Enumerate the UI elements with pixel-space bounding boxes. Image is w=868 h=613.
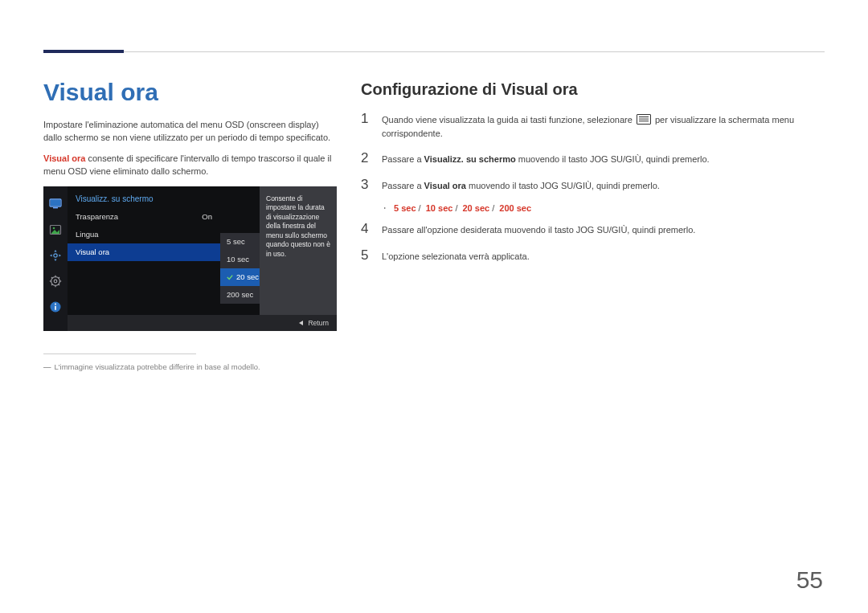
step-1-part-a: Quando viene visualizzata la guida ai ta… bbox=[382, 115, 635, 125]
osd-sub-label: 10 sec bbox=[227, 255, 249, 264]
menu-icon bbox=[637, 114, 651, 125]
gear-icon bbox=[49, 275, 62, 289]
svg-line-15 bbox=[59, 277, 60, 279]
svg-line-12 bbox=[51, 277, 53, 279]
bullet-icon: ‧ bbox=[383, 203, 387, 213]
back-arrow-icon bbox=[299, 321, 303, 325]
step-3: 3 Passare a Visual ora muovendo il tasto… bbox=[361, 178, 825, 193]
osd-row-lingua: Lingua bbox=[68, 226, 220, 243]
option-200sec: 200 sec bbox=[499, 203, 531, 213]
option-10sec: 10 sec bbox=[426, 203, 453, 213]
osd-row-value: On bbox=[202, 212, 212, 221]
intro-paragraph-2: Visual ora consente di specificare l'int… bbox=[43, 153, 337, 178]
step-4: 4 Passare all'opzione desiderata muovend… bbox=[361, 222, 825, 237]
step-number: 2 bbox=[361, 151, 372, 165]
right-column: Configurazione di Visual ora 1 Quando vi… bbox=[361, 79, 825, 371]
osd-row-visual-ora: Visual ora bbox=[68, 243, 220, 261]
osd-main-panel: Visualizz. su schermo Trasparenza On Lin… bbox=[68, 186, 220, 331]
svg-rect-1 bbox=[51, 200, 60, 206]
osd-description: Consente di impostare la durata di visua… bbox=[260, 186, 337, 315]
step-3-part-b: muovendo il tasto JOG SU/GIÙ, quindi pre… bbox=[466, 181, 660, 190]
step-2: 2 Passare a Visualizz. su schermo muoven… bbox=[361, 151, 825, 166]
left-column: Visual ora Impostare l'eliminazione auto… bbox=[43, 79, 337, 371]
osd-sub-label: 20 sec bbox=[236, 272, 259, 281]
svg-line-14 bbox=[51, 284, 53, 285]
osd-row-trasparenza: Trasparenza On bbox=[68, 208, 220, 226]
header-accent-bar bbox=[43, 50, 124, 53]
visual-ora-term: Visual ora bbox=[43, 153, 85, 163]
options-line: ‧ 5 sec/ 10 sec/ 20 sec/ 200 sec bbox=[383, 203, 825, 214]
step-3-bold: Visual ora bbox=[424, 181, 466, 190]
svg-point-7 bbox=[54, 280, 57, 283]
step-text: Quando viene visualizzata la guida ai ta… bbox=[382, 112, 825, 140]
step-1: 1 Quando viene visualizzata la guida ai … bbox=[361, 112, 825, 140]
step-2-part-b: muovendo il tasto JOG SU/GIÙ, quindi pre… bbox=[516, 154, 710, 164]
header-rule bbox=[124, 51, 825, 52]
osd-return-label: Return bbox=[308, 319, 329, 327]
right-title: Configurazione di Visual ora bbox=[361, 80, 825, 99]
footnote-text: L'immagine visualizzata potrebbe differi… bbox=[55, 362, 260, 371]
content-wrap: Visual ora Impostare l'eliminazione auto… bbox=[43, 79, 825, 371]
osd-row-label: Lingua bbox=[76, 230, 99, 239]
step-number: 5 bbox=[361, 248, 372, 262]
navigation-icon bbox=[49, 249, 62, 264]
section-title: Visual ora bbox=[43, 79, 337, 106]
picture-icon bbox=[49, 223, 62, 238]
svg-line-13 bbox=[59, 284, 60, 285]
step-text: Passare a Visual ora muovendo il tasto J… bbox=[382, 178, 660, 193]
step-2-bold: Visualizz. su schermo bbox=[424, 154, 516, 164]
info-icon bbox=[49, 300, 62, 315]
option-20sec: 20 sec bbox=[463, 203, 490, 213]
step-number: 3 bbox=[361, 178, 372, 191]
svg-rect-2 bbox=[53, 207, 58, 208]
option-5sec: 5 sec bbox=[394, 203, 416, 213]
osd-footer: Return bbox=[68, 315, 337, 331]
step-number: 4 bbox=[361, 222, 372, 235]
step-number: 1 bbox=[361, 112, 372, 125]
footnote: ―L'immagine visualizzata potrebbe differ… bbox=[43, 362, 337, 371]
footnote-rule bbox=[43, 353, 196, 354]
check-icon bbox=[227, 274, 233, 280]
footnote-dash: ― bbox=[43, 362, 51, 371]
page-number: 55 bbox=[796, 566, 823, 594]
svg-point-5 bbox=[54, 254, 57, 257]
osd-row-label: Visual ora bbox=[76, 247, 109, 256]
osd-sidebar bbox=[43, 186, 68, 331]
svg-point-18 bbox=[55, 303, 56, 304]
osd-panel-title: Visualizz. su schermo bbox=[68, 186, 220, 208]
step-text: Passare a Visualizz. su schermo muovendo… bbox=[382, 151, 710, 166]
step-5: 5 L'opzione selezionata verrà applicata. bbox=[361, 248, 825, 264]
intro-paragraph-2-rest: consente di specificare l'intervallo di … bbox=[43, 153, 331, 176]
osd-sub-label: 200 sec bbox=[227, 290, 253, 299]
step-text: L'opzione selezionata verrà applicata. bbox=[382, 248, 530, 264]
step-2-part-a: Passare a bbox=[382, 154, 424, 164]
osd-screenshot: Visualizz. su schermo Trasparenza On Lin… bbox=[43, 186, 337, 331]
step-3-part-a: Passare a bbox=[382, 181, 424, 190]
display-icon bbox=[49, 198, 62, 212]
intro-paragraph-1: Impostare l'eliminazione automatica del … bbox=[43, 119, 337, 145]
osd-sub-label: 5 sec bbox=[227, 237, 245, 246]
svg-rect-17 bbox=[55, 306, 56, 310]
osd-row-label: Trasparenza bbox=[76, 212, 118, 221]
step-text: Passare all'opzione desiderata muovendo … bbox=[382, 222, 695, 237]
svg-point-4 bbox=[53, 227, 55, 229]
